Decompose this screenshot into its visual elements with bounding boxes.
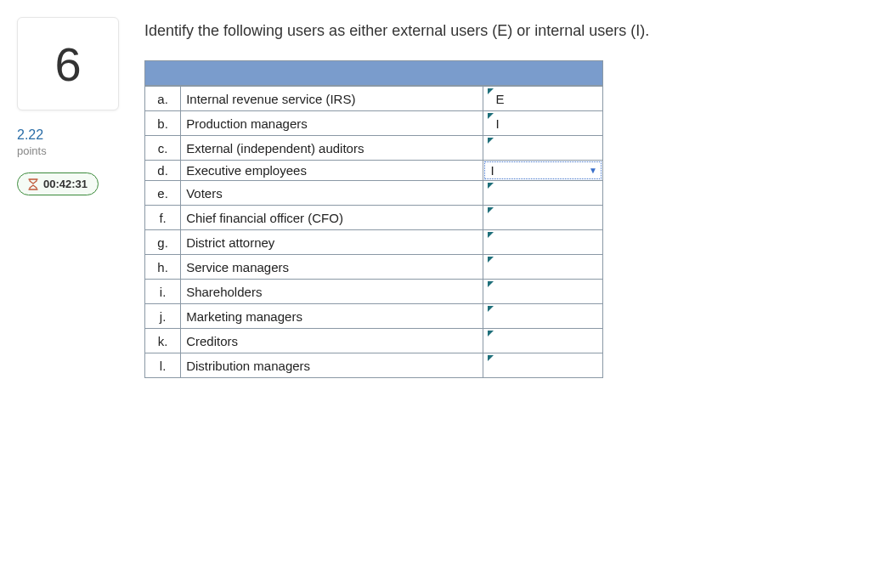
dropdown-indicator-icon xyxy=(488,113,494,119)
row-description: Creditors xyxy=(181,329,483,353)
answer-dropdown[interactable] xyxy=(489,208,597,227)
row-letter: e. xyxy=(145,181,181,206)
row-description: Voters xyxy=(181,181,483,206)
question-number: 6 xyxy=(54,37,81,92)
dropdown-indicator-icon xyxy=(488,207,494,213)
row-description: External (independent) auditors xyxy=(181,136,483,161)
main-content: Identify the following users as either e… xyxy=(144,17,853,378)
table-row: d.Executive employeesI▼ xyxy=(145,161,603,181)
row-description: Distribution managers xyxy=(181,353,483,378)
answer-cell[interactable]: I xyxy=(483,111,603,136)
row-letter: j. xyxy=(145,304,181,329)
dropdown-indicator-icon xyxy=(488,306,494,312)
table-row: l.Distribution managers xyxy=(145,353,603,378)
timer-text: 00:42:31 xyxy=(43,178,88,190)
row-letter: f. xyxy=(145,206,181,230)
answer-dropdown[interactable]: E xyxy=(489,89,597,108)
points-label: points xyxy=(17,144,119,157)
grid-header-bar xyxy=(144,60,603,86)
row-letter: c. xyxy=(145,136,181,161)
row-description: District attorney xyxy=(181,230,483,255)
row-description: Production managers xyxy=(181,111,483,136)
row-description: Shareholders xyxy=(181,280,483,304)
points-value: 2.22 xyxy=(17,127,119,143)
timer-pill: 00:42:31 xyxy=(17,172,99,195)
row-description: Service managers xyxy=(181,255,483,280)
question-number-card: 6 xyxy=(17,17,119,110)
answer-dropdown-active[interactable]: I▼ xyxy=(484,161,602,179)
dropdown-indicator-icon xyxy=(488,355,494,361)
row-letter: d. xyxy=(145,161,181,181)
table-row: j.Marketing managers xyxy=(145,304,603,329)
answer-cell[interactable] xyxy=(483,181,603,206)
dropdown-indicator-icon xyxy=(488,88,494,94)
dropdown-indicator-icon xyxy=(488,331,494,336)
row-description: Marketing managers xyxy=(181,304,483,329)
answer-grid: a.Internal revenue service (IRS)Eb.Produ… xyxy=(144,60,603,378)
row-letter: b. xyxy=(145,111,181,136)
table-row: b.Production managersI xyxy=(145,111,603,136)
dropdown-indicator-icon xyxy=(488,257,494,263)
answer-dropdown[interactable]: I xyxy=(489,114,597,133)
row-letter: a. xyxy=(145,87,181,111)
answer-cell[interactable] xyxy=(483,353,603,378)
row-description: Executive employees xyxy=(181,161,483,181)
table-row: h.Service managers xyxy=(145,255,603,280)
chevron-down-icon: ▼ xyxy=(589,166,597,175)
answer-dropdown[interactable] xyxy=(489,233,597,252)
answer-cell[interactable] xyxy=(483,230,603,255)
answer-cell[interactable]: E xyxy=(483,87,603,111)
sidebar: 6 2.22 points 00:42:31 xyxy=(17,17,119,195)
dropdown-indicator-icon xyxy=(488,232,494,238)
hourglass-icon xyxy=(28,178,38,190)
row-letter: l. xyxy=(145,353,181,378)
answer-dropdown[interactable] xyxy=(489,139,597,157)
answer-dropdown[interactable] xyxy=(489,307,597,325)
page-layout: 6 2.22 points 00:42:31 Identify the foll… xyxy=(17,17,853,378)
answer-dropdown[interactable] xyxy=(489,356,597,375)
answer-cell[interactable] xyxy=(483,255,603,280)
answer-cell[interactable] xyxy=(483,206,603,230)
dropdown-indicator-icon xyxy=(488,138,494,144)
row-description: Internal revenue service (IRS) xyxy=(181,87,483,111)
dropdown-indicator-icon xyxy=(488,183,494,189)
answer-cell[interactable] xyxy=(483,304,603,329)
answer-dropdown[interactable] xyxy=(489,282,597,301)
question-prompt: Identify the following users as either e… xyxy=(144,22,853,40)
answer-cell[interactable] xyxy=(483,329,603,353)
row-description: Chief financial officer (CFO) xyxy=(181,206,483,230)
answer-dropdown[interactable] xyxy=(489,331,597,350)
answer-cell[interactable]: I▼ xyxy=(483,161,603,181)
table-row: k.Creditors xyxy=(145,329,603,353)
table-row: i.Shareholders xyxy=(145,280,603,304)
table-row: c.External (independent) auditors xyxy=(145,136,603,161)
table-row: g.District attorney xyxy=(145,230,603,255)
table-row: e.Voters xyxy=(145,181,603,206)
row-letter: g. xyxy=(145,230,181,255)
user-table: a.Internal revenue service (IRS)Eb.Produ… xyxy=(144,86,603,378)
answer-value: I xyxy=(490,163,494,178)
row-letter: h. xyxy=(145,255,181,280)
table-row: a.Internal revenue service (IRS)E xyxy=(145,87,603,111)
answer-cell[interactable] xyxy=(483,280,603,304)
row-letter: i. xyxy=(145,280,181,304)
answer-dropdown[interactable] xyxy=(489,257,597,276)
table-row: f.Chief financial officer (CFO) xyxy=(145,206,603,230)
row-letter: k. xyxy=(145,329,181,353)
dropdown-indicator-icon xyxy=(488,281,494,287)
answer-dropdown[interactable] xyxy=(489,184,597,202)
answer-cell[interactable] xyxy=(483,136,603,161)
